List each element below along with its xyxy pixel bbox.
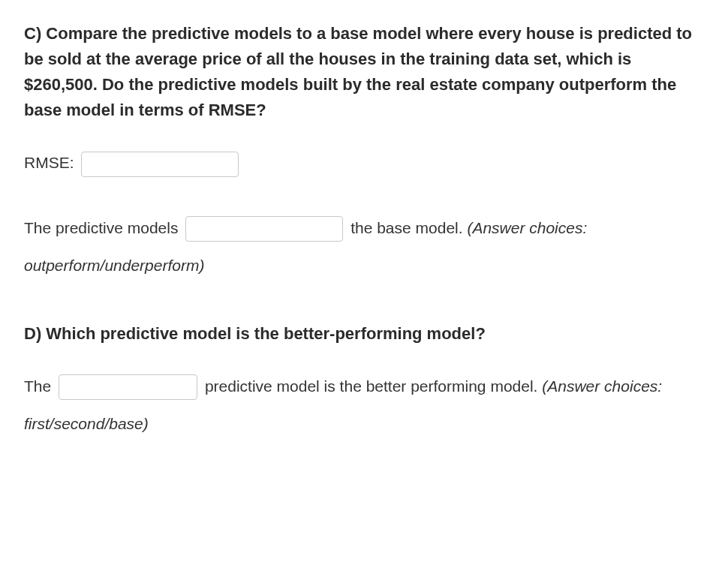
compare-input[interactable]: [185, 216, 343, 242]
question-d-heading: D) Which predictive model is the better-…: [24, 321, 704, 347]
question-c-heading: C) Compare the predictive models to a ba…: [24, 21, 704, 123]
compare-text-part1: The predictive models: [24, 219, 178, 236]
rmse-label: RMSE:: [24, 154, 74, 171]
better-model-input[interactable]: [59, 374, 197, 400]
rmse-input[interactable]: [81, 152, 239, 177]
compare-text-part2: the base model.: [350, 219, 467, 236]
better-text-part2: predictive model is the better performin…: [205, 377, 542, 395]
better-model-line: The predictive model is the better perfo…: [24, 368, 704, 443]
rmse-line: RMSE:: [24, 144, 704, 182]
predictive-compare-line: The predictive models the base model. (A…: [24, 209, 704, 285]
better-text-part1: The: [24, 377, 51, 395]
